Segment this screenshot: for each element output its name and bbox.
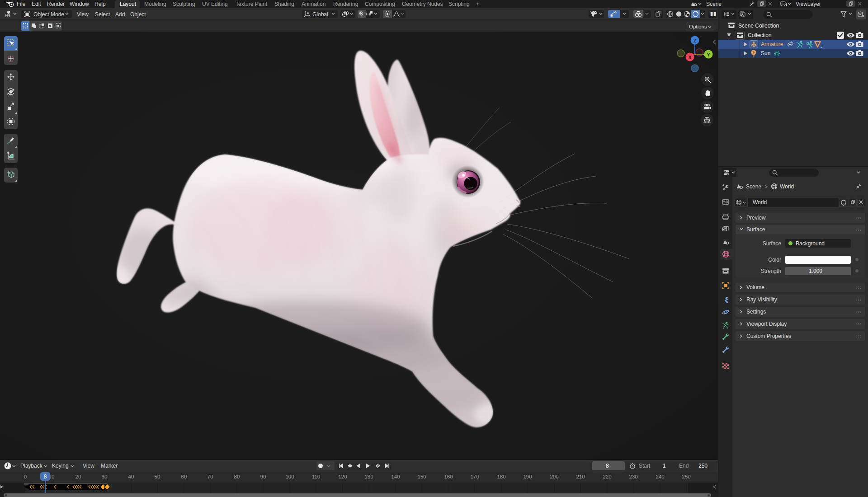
svg-text:60: 60 (181, 474, 187, 479)
svg-text:210: 210 (576, 474, 585, 479)
svg-text:20: 20 (75, 474, 81, 479)
svg-text:240: 240 (656, 474, 664, 479)
svg-text:220: 220 (603, 474, 611, 479)
svg-text:170: 170 (470, 474, 479, 479)
svg-text:90: 90 (260, 474, 266, 479)
svg-text:40: 40 (128, 474, 134, 479)
svg-text:0: 0 (24, 474, 27, 479)
svg-text:2: 2 (821, 45, 822, 48)
svg-text:8: 8 (44, 474, 47, 480)
svg-text:X: X (688, 55, 692, 60)
svg-text:230: 230 (629, 474, 637, 479)
svg-text:30: 30 (102, 474, 108, 479)
svg-text:180: 180 (497, 474, 505, 479)
svg-text:110: 110 (312, 474, 320, 479)
svg-text:150: 150 (417, 474, 426, 479)
svg-text:120: 120 (338, 474, 347, 479)
svg-text:200: 200 (550, 474, 558, 479)
svg-text:190: 190 (523, 474, 532, 479)
svg-text:160: 160 (444, 474, 453, 479)
svg-text:70: 70 (208, 474, 213, 479)
svg-text:250: 250 (682, 474, 690, 479)
svg-text:130: 130 (364, 474, 373, 479)
svg-text:Z: Z (693, 38, 696, 43)
svg-text:80: 80 (234, 474, 240, 479)
svg-text:50: 50 (155, 474, 160, 479)
svg-text:140: 140 (391, 474, 400, 479)
svg-text:100: 100 (285, 474, 294, 479)
svg-text:Y: Y (707, 52, 710, 57)
